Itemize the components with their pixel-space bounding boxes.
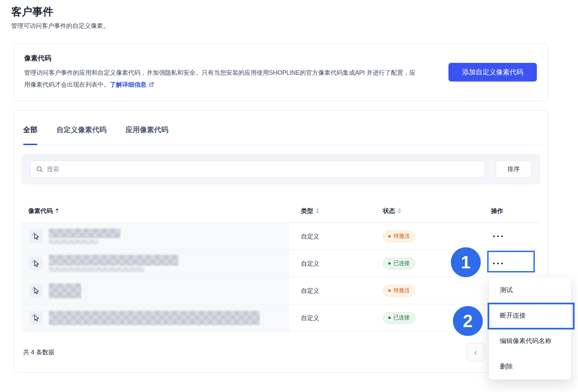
status-label: 待激活 xyxy=(393,233,410,240)
search-input[interactable] xyxy=(47,166,479,173)
type-cell: 自定义 xyxy=(289,277,371,304)
type-label: 自定义 xyxy=(301,314,319,322)
status-badge: 待激活 xyxy=(383,231,415,242)
sort-arrows-icon[interactable] xyxy=(398,208,401,213)
table-footer: 共 4 条数据 ‹ xyxy=(14,332,548,373)
table-row: 自定义 待激活 xyxy=(21,277,540,304)
pixel-code-cell xyxy=(21,223,289,250)
column-header-status[interactable]: 状态 xyxy=(371,207,476,215)
page-subtitle: 管理可访问客户事件的自定义像素。 xyxy=(11,22,109,30)
column-header-pixel-code[interactable]: 像素代码 xyxy=(21,207,289,215)
redacted-pixel-name xyxy=(49,311,260,325)
status-dot-icon xyxy=(388,317,391,319)
pixel-tabs: 全部 自定义像素代码 应用像素代码 xyxy=(14,111,548,145)
customer-events-page: 客户事件 管理可访问客户事件的自定义像素。 像素代码 管理访问客户事件的应用和自… xyxy=(0,0,578,392)
status-label: 已连接 xyxy=(393,314,410,321)
pagination-prev-button[interactable]: ‹ xyxy=(466,343,485,361)
search-icon xyxy=(36,166,43,173)
type-cell: 自定义 xyxy=(289,250,371,277)
pixel-card-title: 像素代码 xyxy=(24,54,448,63)
status-cell: 待激活 xyxy=(371,277,476,304)
row-actions-button[interactable] xyxy=(491,232,505,240)
status-label: 待激活 xyxy=(393,287,410,294)
pixel-card-content: 像素代码 管理访问客户事件的应用和自定义像素代码，并加强隐私和安全。只有当您安装… xyxy=(24,54,448,91)
pixel-code-cell xyxy=(21,304,289,331)
column-header-actions: 操作 xyxy=(476,207,540,215)
type-cell: 自定义 xyxy=(289,304,371,331)
sort-arrows-icon[interactable] xyxy=(55,208,59,213)
annotation-step-2-badge: 2 xyxy=(453,306,483,336)
status-dot-icon xyxy=(388,235,391,237)
type-label: 自定义 xyxy=(301,287,319,295)
menu-item-test[interactable]: 测试 xyxy=(489,277,571,303)
learn-more-label: 了解详细信息 xyxy=(110,81,147,88)
total-count-label: 共 4 条数据 xyxy=(23,348,54,356)
column-label: 像素代码 xyxy=(28,207,53,215)
type-cell: 自定义 xyxy=(289,223,371,250)
column-header-type[interactable]: 类型 xyxy=(289,207,371,215)
pixel-cursor-icon xyxy=(29,311,43,325)
pixel-code-card: 像素代码 管理访问客户事件的应用和自定义像素代码，并加强隐私和安全。只有当您安装… xyxy=(14,43,548,101)
search-box[interactable] xyxy=(30,161,485,178)
status-badge: 已连接 xyxy=(383,312,415,324)
menu-item-delete[interactable]: 删除 xyxy=(489,354,571,379)
status-label: 已连接 xyxy=(393,260,410,267)
status-badge: 待激活 xyxy=(383,285,415,297)
pixel-code-cell xyxy=(21,250,289,277)
tab-all[interactable]: 全部 xyxy=(23,125,37,145)
add-custom-pixel-button[interactable]: 添加自定义像素代码 xyxy=(448,63,537,82)
status-dot-icon xyxy=(388,289,391,292)
pixel-card-description-line1: 管理访问客户事件的应用和自定义像素代码，并加强隐私和安全。只有当您安装的应用使用… xyxy=(24,69,365,76)
page-title: 客户事件 xyxy=(11,5,53,19)
column-label: 类型 xyxy=(301,207,313,215)
annotation-box-disconnect-item xyxy=(488,303,575,329)
tab-custom-pixel[interactable]: 自定义像素代码 xyxy=(56,125,106,145)
learn-more-link[interactable]: 了解详细信息 xyxy=(110,81,154,88)
pixel-cursor-icon xyxy=(29,257,43,270)
pixel-card-description: 管理访问客户事件的应用和自定义像素代码，并加强隐私和安全。只有当您安装的应用使用… xyxy=(24,67,420,91)
redacted-pixel-name xyxy=(49,283,81,298)
status-cell: 待激活 xyxy=(371,223,476,250)
annotation-step-1-badge: 1 xyxy=(451,247,481,277)
table-header: 像素代码 类型 状态 操作 xyxy=(21,199,540,223)
type-label: 自定义 xyxy=(301,260,319,268)
external-link-icon xyxy=(149,82,154,87)
type-label: 自定义 xyxy=(301,232,319,240)
column-label: 状态 xyxy=(383,207,395,215)
actions-cell xyxy=(476,223,540,250)
table-row: 自定义 待激活 xyxy=(21,223,540,250)
status-badge: 已连接 xyxy=(383,258,415,269)
status-dot-icon xyxy=(388,262,391,265)
filter-bar: 排序 xyxy=(21,154,540,184)
column-label: 操作 xyxy=(491,207,503,215)
redacted-pixel-name xyxy=(49,255,178,272)
tab-app-pixel[interactable]: 应用像素代码 xyxy=(125,125,168,145)
sort-arrows-icon[interactable] xyxy=(316,208,319,213)
pixel-cursor-icon xyxy=(29,230,43,243)
annotation-box-actions-button xyxy=(487,251,535,272)
pixel-code-cell xyxy=(21,277,289,304)
sort-button[interactable]: 排序 xyxy=(496,161,531,178)
redacted-pixel-name xyxy=(49,229,120,244)
menu-item-edit-pixel-name[interactable]: 编辑像素代码名称 xyxy=(489,328,571,354)
pixel-cursor-icon xyxy=(29,284,43,298)
